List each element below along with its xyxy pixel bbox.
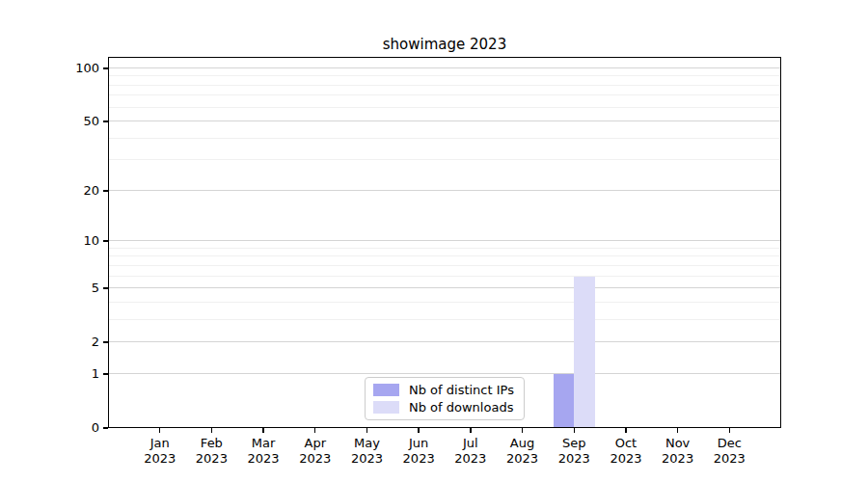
x-tick-label: Jun 2023 [390, 436, 448, 466]
x-tick-mark [366, 428, 367, 433]
y-tick-label: 2 [41, 335, 99, 349]
x-tick-label: Oct 2023 [597, 436, 655, 466]
chart-figure: showimage 2023 0125102050100 Jan 2023Feb… [0, 0, 868, 482]
y-tick-label: 0 [41, 421, 99, 435]
x-tick-label: Jan 2023 [131, 436, 189, 466]
gridline-major [108, 373, 781, 374]
x-tick-mark [470, 428, 471, 433]
gridline-minor [108, 107, 781, 108]
gridline-major [108, 67, 781, 68]
gridline-major [108, 120, 781, 121]
y-tick-mark [103, 427, 108, 428]
x-tick-label: May 2023 [338, 436, 395, 466]
legend-swatch [373, 401, 399, 414]
x-tick-label: Aug 2023 [494, 436, 552, 466]
gridline-minor [108, 255, 781, 256]
legend-row: Nb of downloads [373, 399, 515, 415]
y-tick-label: 10 [41, 234, 99, 248]
gridline-minor [108, 94, 781, 95]
legend: Nb of distinct IPsNb of downloads [365, 377, 525, 420]
gridline-minor [108, 265, 781, 266]
x-tick-mark [574, 428, 575, 433]
y-tick-label: 100 [41, 62, 99, 75]
gridline-minor [108, 138, 781, 139]
x-tick-mark [729, 428, 730, 433]
chart-title: showimage 2023 [108, 35, 781, 54]
x-tick-mark [625, 428, 626, 433]
y-tick-label: 1 [41, 367, 99, 381]
y-tick-label: 20 [41, 184, 99, 198]
gridline-minor [108, 302, 781, 303]
gridline-minor [108, 85, 781, 86]
bar-nb-of-downloads [574, 277, 594, 428]
legend-swatch [373, 384, 399, 396]
gridline-major [108, 190, 781, 191]
x-tick-label: Mar 2023 [234, 436, 292, 466]
x-tick-mark [677, 428, 678, 433]
x-tick-label: Sep 2023 [545, 436, 603, 466]
x-tick-label: Dec 2023 [700, 436, 758, 466]
y-tick-label: 50 [41, 115, 99, 128]
legend-label: Nb of distinct IPs [409, 382, 514, 398]
y-tick-label: 5 [41, 281, 99, 295]
x-tick-mark [522, 428, 523, 433]
plot-area [108, 57, 781, 428]
x-tick-label: Jul 2023 [442, 436, 500, 466]
x-tick-mark [159, 428, 160, 433]
legend-label: Nb of downloads [409, 399, 513, 415]
gridline-minor [108, 248, 781, 249]
gridline-major [108, 341, 781, 342]
gridline-minor [108, 276, 781, 277]
gridline-minor [108, 319, 781, 320]
x-tick-label: Nov 2023 [649, 436, 707, 466]
bar-nb-of-distinct-ips [554, 374, 574, 428]
gridline-minor [108, 159, 781, 160]
x-tick-label: Feb 2023 [182, 436, 240, 466]
x-tick-label: Apr 2023 [286, 436, 344, 466]
x-tick-mark [211, 428, 212, 433]
x-tick-mark [418, 428, 419, 433]
gridline-major [108, 287, 781, 288]
legend-row: Nb of distinct IPs [373, 382, 515, 398]
gridline-major [108, 240, 781, 241]
gridline-minor [108, 75, 781, 76]
x-tick-mark [262, 428, 263, 433]
x-tick-mark [314, 428, 315, 433]
